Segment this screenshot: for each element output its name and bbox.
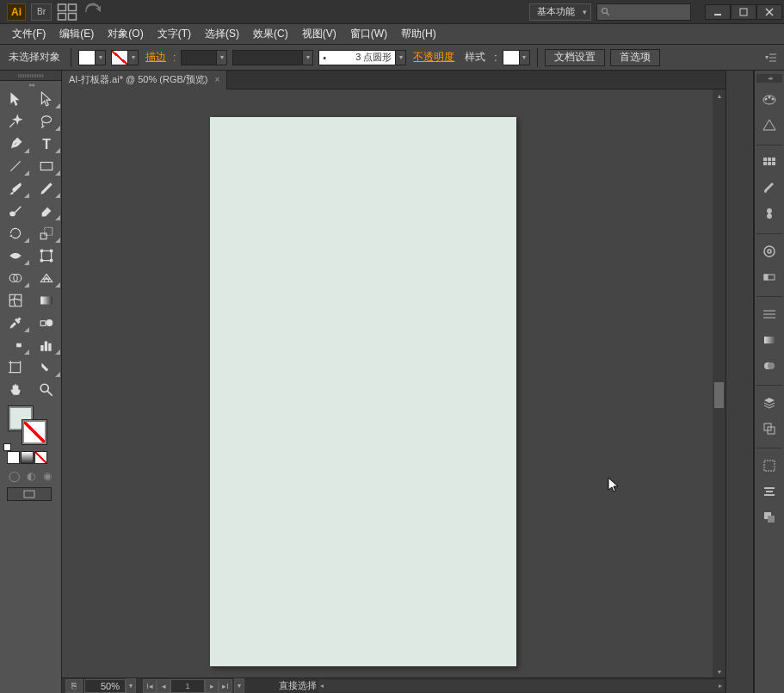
menu-file[interactable]: 文件(F) xyxy=(7,25,51,43)
gradient-mode-button[interactable] xyxy=(21,451,34,464)
menu-view[interactable]: 视图(V) xyxy=(297,25,342,43)
color-panel-icon[interactable] xyxy=(757,88,781,112)
layers-panel-icon[interactable] xyxy=(757,391,781,415)
fill-swatch[interactable] xyxy=(78,50,96,65)
line-tool[interactable] xyxy=(0,155,31,177)
sync-icon[interactable] xyxy=(83,3,103,21)
bridge-button[interactable]: Br xyxy=(31,3,52,21)
document-tab[interactable]: AI-打板器.ai* @ 50% (RGB/预览) × xyxy=(62,71,227,90)
gpu-preview-button[interactable]: ⎘ xyxy=(65,679,83,693)
next-artboard-button[interactable]: ▸ xyxy=(205,679,219,693)
none-mode-button[interactable] xyxy=(34,451,47,464)
selection-tool[interactable] xyxy=(0,88,31,110)
blend-tool[interactable] xyxy=(31,312,62,334)
artboards-panel-icon[interactable] xyxy=(757,417,781,441)
prev-artboard-button[interactable]: ◂ xyxy=(157,679,170,693)
zoom-tool[interactable] xyxy=(31,379,62,401)
brush-definition[interactable]: •3 点圆形 xyxy=(318,50,396,65)
last-artboard-button[interactable]: ▸I xyxy=(219,679,232,693)
maximize-button[interactable] xyxy=(731,4,756,20)
tools-panel-header[interactable] xyxy=(0,71,61,81)
screen-mode-button[interactable] xyxy=(7,487,52,501)
panel-collapse-grip[interactable] xyxy=(756,74,782,83)
pen-tool[interactable] xyxy=(0,133,31,155)
lasso-tool[interactable] xyxy=(31,110,62,133)
appearance-panel-icon[interactable] xyxy=(757,328,781,352)
paintbrush-tool[interactable] xyxy=(0,177,31,200)
brushes-panel-icon[interactable] xyxy=(757,176,781,201)
scroll-down-icon[interactable]: ▾ xyxy=(713,665,725,678)
stroke-weight-input[interactable] xyxy=(181,50,217,65)
eyedropper-tool[interactable] xyxy=(0,312,31,334)
menu-object[interactable]: 对象(O) xyxy=(102,25,148,43)
artboard-number-input[interactable]: 1 xyxy=(170,679,205,693)
transform-panel-icon[interactable] xyxy=(757,454,781,478)
column-graph-tool[interactable] xyxy=(31,334,62,356)
align-panel-icon[interactable] xyxy=(757,480,781,504)
var-width-dd[interactable]: ▾ xyxy=(303,50,313,65)
horizontal-scrollbar[interactable] xyxy=(318,680,724,692)
document-setup-button[interactable]: 文档设置 xyxy=(545,49,605,66)
menu-help[interactable]: 帮助(H) xyxy=(396,25,441,43)
scroll-up-icon[interactable]: ▴ xyxy=(713,90,725,102)
eraser-tool[interactable] xyxy=(31,200,62,222)
zoom-dropdown[interactable]: ▾ xyxy=(126,678,136,694)
artboard-dropdown[interactable]: ▾ xyxy=(234,678,244,694)
stroke-dropdown[interactable]: ▾ xyxy=(128,50,139,65)
pencil-tool[interactable] xyxy=(31,177,62,200)
gradient-tool[interactable] xyxy=(31,289,62,312)
first-artboard-button[interactable]: I◂ xyxy=(143,679,157,693)
slice-tool[interactable] xyxy=(31,356,62,379)
graphic-style-swatch[interactable] xyxy=(503,50,520,65)
arrange-documents-icon[interactable] xyxy=(57,3,77,21)
artboard-tool[interactable] xyxy=(0,356,31,379)
close-button[interactable] xyxy=(756,4,782,20)
zoom-level-input[interactable]: 50% xyxy=(84,679,126,693)
hand-tool[interactable] xyxy=(0,379,31,401)
color-mode-button[interactable] xyxy=(7,451,20,464)
canvas-area[interactable]: ▴ ▾ xyxy=(62,90,725,678)
menu-select[interactable]: 选择(S) xyxy=(200,25,244,43)
scrollbar-thumb[interactable] xyxy=(714,382,724,408)
style-dd[interactable]: ▾ xyxy=(520,50,530,65)
transparency-panel-icon[interactable] xyxy=(757,302,781,326)
draw-normal-icon[interactable]: ◯ xyxy=(7,469,22,482)
stroke-link[interactable]: 描边 xyxy=(144,50,168,65)
brush-dd[interactable]: ▾ xyxy=(396,50,406,65)
var-width-profile[interactable] xyxy=(232,50,303,65)
stroke-weight-dd[interactable]: ▾ xyxy=(217,50,227,65)
close-tab-icon[interactable]: × xyxy=(215,75,220,84)
menu-effect[interactable]: 效果(C) xyxy=(248,25,293,43)
shape-builder-tool[interactable] xyxy=(0,267,31,289)
rotate-tool[interactable] xyxy=(0,222,31,244)
width-tool[interactable] xyxy=(0,244,31,267)
color-guide-panel-icon[interactable] xyxy=(757,114,781,138)
fill-dropdown[interactable]: ▾ xyxy=(96,50,106,65)
free-transform-tool[interactable] xyxy=(31,244,62,267)
symbols-panel-icon[interactable] xyxy=(757,202,781,226)
symbol-sprayer-tool[interactable] xyxy=(0,334,31,356)
type-tool[interactable]: T xyxy=(31,133,62,155)
tools-collapse-grip[interactable] xyxy=(0,81,61,88)
pathfinder-panel-icon[interactable] xyxy=(757,505,781,529)
stroke-swatch[interactable] xyxy=(111,50,128,65)
stroke-panel-icon[interactable] xyxy=(757,239,781,263)
stroke-color-swatch[interactable] xyxy=(22,420,46,444)
rectangle-tool[interactable] xyxy=(31,155,62,177)
direct-selection-tool[interactable] xyxy=(31,88,62,110)
menu-window[interactable]: 窗口(W) xyxy=(345,25,392,43)
menu-edit[interactable]: 编辑(E) xyxy=(54,25,99,43)
gradient-panel-icon[interactable] xyxy=(757,265,781,289)
scale-tool[interactable] xyxy=(31,222,62,244)
opacity-link[interactable]: 不透明度 xyxy=(411,50,456,65)
swatches-panel-icon[interactable] xyxy=(757,151,781,175)
mesh-tool[interactable] xyxy=(0,289,31,312)
preferences-button[interactable]: 首选项 xyxy=(610,49,660,66)
perspective-grid-tool[interactable] xyxy=(31,267,62,289)
draw-inside-icon[interactable]: ◉ xyxy=(40,469,54,482)
default-fill-stroke-icon[interactable] xyxy=(3,443,11,451)
workspace-switcher[interactable]: 基本功能 xyxy=(529,3,591,21)
vertical-scrollbar[interactable]: ▴ ▾ xyxy=(713,90,725,678)
control-panel-menu-icon[interactable] xyxy=(763,51,779,65)
search-input[interactable] xyxy=(596,3,691,21)
